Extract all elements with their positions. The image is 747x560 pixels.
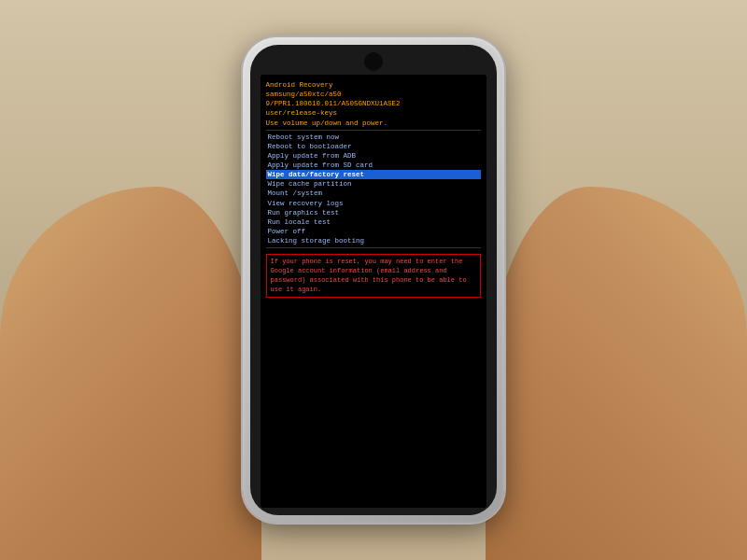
menu-item-apply-sd[interactable]: Apply update from SD card: [266, 161, 482, 170]
menu-item-graphics-test[interactable]: Run graphics test: [266, 208, 482, 217]
camera-notch: [364, 52, 383, 71]
menu-item-reboot-bootloader[interactable]: Reboot to bootloader: [266, 142, 482, 151]
recovery-terminal: Android Recovery samsung/a50xtc/a50 9/PP…: [261, 75, 487, 508]
menu-item-mount-system[interactable]: Mount /system: [266, 189, 482, 198]
phone-screen: Android Recovery samsung/a50xtc/a50 9/PP…: [261, 75, 487, 508]
menu-item-wipe-factory[interactable]: Wipe data/factory reset: [266, 170, 482, 179]
hand-left: [0, 187, 261, 560]
recovery-header-line2: samsung/a50xtc/a50: [266, 90, 482, 99]
divider-bottom: [266, 247, 482, 248]
menu-item-power-off[interactable]: Power off: [266, 227, 482, 236]
recovery-instruction: Use volume up/down and power.: [266, 119, 482, 128]
recovery-header-line4: user/release-keys: [266, 108, 482, 118]
phone-case: Android Recovery samsung/a50xtc/a50 9/PP…: [243, 37, 504, 523]
menu-item-lacking-storage[interactable]: Lacking storage booting: [266, 236, 482, 245]
phone-bezel: Android Recovery samsung/a50xtc/a50 9/PP…: [250, 45, 497, 515]
recovery-header-line1: Android Recovery: [266, 80, 482, 90]
hand-right: [486, 187, 747, 560]
menu-item-reboot-system[interactable]: Reboot system now: [266, 133, 482, 142]
recovery-header-line3: 9/PPR1.180610.011/A505GNDXU1ASE2: [266, 99, 482, 108]
menu-item-apply-adb[interactable]: Apply update from ADB: [266, 151, 482, 161]
divider-top: [266, 130, 482, 131]
menu-item-wipe-cache[interactable]: Wipe cache partition: [266, 179, 482, 189]
factory-reset-warning: If your phone is reset, you may need to …: [266, 254, 482, 298]
menu-item-locale-test[interactable]: Run locale test: [266, 217, 482, 227]
menu-item-view-logs[interactable]: View recovery logs: [266, 199, 482, 208]
